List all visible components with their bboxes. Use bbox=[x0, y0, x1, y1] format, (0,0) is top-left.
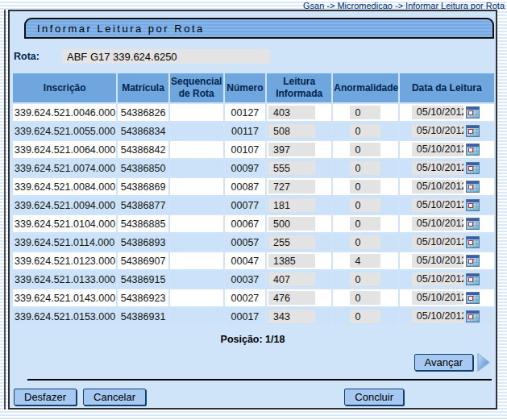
anormalidade-input[interactable] bbox=[350, 124, 380, 138]
data-da-leitura-input[interactable] bbox=[412, 310, 463, 323]
anormalidade-input[interactable] bbox=[350, 254, 380, 268]
actions-row: Desfazer Cancelar Concluir bbox=[10, 380, 496, 405]
numero-cell: 00107 bbox=[225, 141, 265, 158]
informar-leitura-panel: Informar Leitura por Rota Rota: Inscriçã… bbox=[8, 10, 497, 410]
calendar-icon bbox=[466, 199, 480, 211]
leitura-informada-input[interactable] bbox=[268, 161, 315, 175]
calendar-picker-button[interactable] bbox=[466, 217, 482, 231]
rota-field bbox=[62, 49, 270, 64]
anormalidade-cell bbox=[333, 197, 397, 214]
data-da-leitura-cell bbox=[400, 178, 494, 195]
calendar-picker-button[interactable] bbox=[466, 143, 482, 156]
table-row: 339.624.521.0055.0005438683400117 bbox=[13, 123, 494, 139]
table-row: 339.624.521.0123.0005438690700047 bbox=[13, 252, 494, 269]
leitura-informada-input[interactable] bbox=[268, 143, 315, 156]
readings-table: InscriçãoMatrículaSequencial de RotaNúme… bbox=[11, 72, 496, 326]
numero-cell: 00067 bbox=[225, 215, 265, 232]
avancar-button[interactable]: Avançar bbox=[414, 354, 473, 371]
calendar-icon bbox=[466, 255, 480, 267]
data-da-leitura-input[interactable] bbox=[412, 198, 463, 212]
leitura-informada-input[interactable] bbox=[268, 235, 315, 249]
data-da-leitura-input[interactable] bbox=[412, 106, 463, 119]
inscricao-cell: 339.624.521.0094.000 bbox=[13, 197, 116, 214]
numero-cell: 00017 bbox=[225, 308, 265, 325]
leitura-informada-input[interactable] bbox=[268, 180, 315, 193]
anormalidade-cell bbox=[333, 271, 397, 288]
leitura-informada-cell bbox=[267, 308, 331, 325]
anormalidade-cell bbox=[333, 308, 397, 325]
calendar-picker-button[interactable] bbox=[466, 106, 482, 119]
leitura-informada-input[interactable] bbox=[268, 124, 315, 138]
matricula-cell: 54386842 bbox=[118, 141, 168, 158]
table-header-row: InscriçãoMatrículaSequencial de RotaNúme… bbox=[13, 73, 494, 102]
anormalidade-input[interactable] bbox=[350, 161, 380, 175]
data-da-leitura-input[interactable] bbox=[412, 180, 463, 193]
leitura-informada-cell bbox=[267, 141, 331, 158]
anormalidade-input[interactable] bbox=[350, 217, 380, 231]
anormalidade-input[interactable] bbox=[350, 291, 380, 305]
data-da-leitura-input[interactable] bbox=[412, 161, 463, 175]
table-row: 339.624.521.0046.0005438682600127 bbox=[13, 104, 494, 121]
calendar-picker-button[interactable] bbox=[466, 124, 482, 138]
calendar-icon bbox=[466, 218, 480, 230]
leitura-informada-input[interactable] bbox=[268, 106, 315, 119]
next-arrow-icon[interactable] bbox=[477, 353, 491, 372]
data-da-leitura-input[interactable] bbox=[412, 291, 463, 305]
anormalidade-input[interactable] bbox=[350, 106, 380, 119]
column-header-data-da-leitura: Data da Leitura bbox=[400, 73, 494, 102]
calendar-picker-button[interactable] bbox=[466, 198, 482, 212]
sequencial-de-rota-cell bbox=[170, 234, 223, 251]
calendar-icon bbox=[466, 125, 480, 137]
leitura-informada-input[interactable] bbox=[268, 310, 315, 323]
data-da-leitura-input[interactable] bbox=[412, 143, 463, 156]
concluir-button[interactable]: Concluir bbox=[344, 389, 404, 405]
inscricao-cell: 339.624.521.0084.000 bbox=[13, 178, 116, 195]
anormalidade-input[interactable] bbox=[350, 180, 380, 193]
anormalidade-input[interactable] bbox=[350, 198, 380, 212]
sequencial-de-rota-cell bbox=[170, 215, 223, 232]
anormalidade-input[interactable] bbox=[350, 272, 380, 286]
calendar-picker-button[interactable] bbox=[466, 254, 482, 268]
leitura-informada-input[interactable] bbox=[268, 198, 315, 212]
matricula-cell: 54386923 bbox=[118, 289, 168, 306]
calendar-picker-button[interactable] bbox=[466, 161, 482, 175]
numero-cell: 00047 bbox=[225, 252, 265, 269]
position-indicator: Posição: 1/18 bbox=[10, 334, 496, 345]
calendar-picker-button[interactable] bbox=[466, 180, 482, 193]
calendar-picker-button[interactable] bbox=[466, 291, 482, 305]
sequencial-de-rota-cell bbox=[170, 197, 223, 214]
data-da-leitura-input[interactable] bbox=[412, 235, 463, 249]
sequencial-de-rota-cell bbox=[170, 289, 223, 306]
calendar-picker-button[interactable] bbox=[466, 272, 482, 286]
leitura-informada-input[interactable] bbox=[268, 272, 315, 286]
leitura-informada-input[interactable] bbox=[268, 291, 315, 305]
inscricao-cell: 339.624.521.0104.000 bbox=[13, 215, 116, 232]
sequencial-de-rota-cell bbox=[170, 141, 223, 158]
data-da-leitura-cell bbox=[400, 215, 494, 232]
data-da-leitura-input[interactable] bbox=[412, 272, 463, 286]
leitura-informada-input[interactable] bbox=[268, 254, 315, 268]
data-da-leitura-input[interactable] bbox=[412, 217, 463, 231]
calendar-picker-button[interactable] bbox=[466, 310, 482, 323]
data-da-leitura-cell bbox=[400, 160, 494, 177]
column-header-anormalidade: Anormalidade bbox=[333, 73, 397, 102]
desfazer-button[interactable]: Desfazer bbox=[14, 389, 77, 405]
numero-cell: 00087 bbox=[225, 178, 265, 195]
leitura-informada-cell bbox=[267, 252, 331, 269]
advance-row: Avançar bbox=[10, 353, 491, 372]
column-header-leitura-informada: Leitura Informada bbox=[267, 73, 331, 102]
sequencial-de-rota-cell bbox=[170, 252, 223, 269]
data-da-leitura-input[interactable] bbox=[412, 124, 463, 138]
cancelar-button[interactable]: Cancelar bbox=[83, 389, 146, 405]
matricula-cell: 54386893 bbox=[118, 234, 168, 251]
leitura-informada-cell bbox=[267, 123, 331, 139]
leitura-informada-input[interactable] bbox=[268, 217, 315, 231]
anormalidade-cell bbox=[333, 104, 397, 121]
data-da-leitura-input[interactable] bbox=[412, 254, 463, 268]
anormalidade-input[interactable] bbox=[350, 310, 380, 323]
data-da-leitura-cell bbox=[400, 252, 494, 269]
data-da-leitura-cell bbox=[400, 197, 494, 214]
calendar-picker-button[interactable] bbox=[466, 235, 482, 249]
anormalidade-input[interactable] bbox=[350, 235, 380, 249]
anormalidade-input[interactable] bbox=[350, 143, 380, 156]
